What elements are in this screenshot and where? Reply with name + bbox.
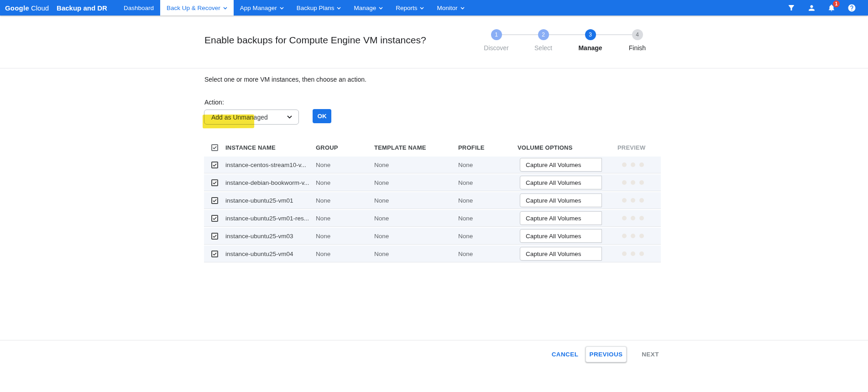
volume-options-value: Capture All Volumes [526,179,581,186]
select-all-checkbox[interactable] [211,144,218,151]
previous-button[interactable]: PREVIOUS [586,346,627,362]
row-checkbox-cell [204,197,225,204]
dot [631,251,635,256]
volume-options-value: Capture All Volumes [526,215,581,222]
action-select[interactable]: Add as Unmanaged [204,110,299,125]
preview-loading-dots [617,198,661,203]
nav-item-label: Dashboard [124,5,154,11]
wizard-footer: CANCEL PREVIOUS NEXT [0,340,868,392]
column-header-instance-name: INSTANCE NAME [225,144,316,151]
dot [622,162,627,167]
template-name-value: None [374,197,458,204]
table-row: instance-ubuntu25-vm01 None None None Ca… [204,192,661,209]
row-checkbox-cell [204,215,225,222]
instance-name: instance-ubuntu25-vm01 [225,197,316,204]
user-icon[interactable] [807,3,816,12]
row-checkbox[interactable] [211,179,218,186]
volume-options-select[interactable]: Capture All Volumes [520,229,602,243]
dot [639,162,644,167]
chevron-down-icon [223,7,227,10]
action-select-value: Add as Unmanaged [211,114,268,121]
cancel-button[interactable]: CANCEL [546,346,584,362]
vm-instances-table: INSTANCE NAME GROUP TEMPLATE NAME PROFIL… [204,138,661,263]
step-discover: 1 Discover [473,29,520,52]
row-checkbox[interactable] [211,233,218,240]
nav-item-reports[interactable]: Reports [389,0,430,16]
preview-loading-dots [617,216,661,220]
step-manage: 3 Manage [567,29,614,52]
row-checkbox[interactable] [211,162,218,168]
dot [639,234,644,238]
instance-name: instance-centos-stream10-v... [225,162,316,168]
column-header-group: GROUP [316,144,374,151]
profile-value: None [458,215,518,222]
nav-item-label: Back Up & Recover [167,5,220,11]
nav-item-manage[interactable]: Manage [347,0,389,16]
instruction-text: Select one or more VM instances, then ch… [204,76,366,83]
brand-primary: Google [5,4,29,12]
dot [631,162,635,167]
profile-value: None [458,162,518,168]
volume-options-select[interactable]: Capture All Volumes [520,176,602,189]
column-header-template-name: TEMPLATE NAME [374,144,458,151]
notifications-icon[interactable]: 1 [827,3,836,12]
ok-button[interactable]: OK [313,109,331,123]
step-select: 2 Select [520,29,567,52]
nav-item-monitor[interactable]: Monitor [430,0,471,16]
nav-right-actions: 1 [787,0,868,16]
volume-options-select[interactable]: Capture All Volumes [520,247,602,261]
chevron-down-icon [420,7,424,10]
row-checkbox[interactable] [211,251,218,257]
volume-options-select[interactable]: Capture All Volumes [520,158,602,172]
group-value: None [316,179,374,186]
dot [639,180,644,185]
preview-loading-dots [617,251,661,256]
chevron-down-icon [287,115,292,119]
template-name-value: None [374,251,458,257]
select-all-cell [204,144,225,151]
action-label: Action: [204,99,224,106]
volume-options-value: Capture All Volumes [526,197,581,204]
row-checkbox[interactable] [211,197,218,204]
preview-loading-dots [617,234,661,238]
nav-item-app-manager[interactable]: App Manager [234,0,290,16]
preview-loading-dots [617,180,661,185]
page: Google Cloud Backup and DR Dashboard Bac… [0,0,868,392]
column-header-preview: PREVIEW [617,144,661,151]
table-row: instance-centos-stream10-v... None None … [204,157,661,173]
dot [631,216,635,220]
nav-item-backup-plans[interactable]: Backup Plans [290,0,348,16]
nav-item-label: Reports [396,5,417,11]
step-circle: 3 [585,29,596,40]
volume-options-value: Capture All Volumes [526,162,581,168]
google-cloud-logo: Google Cloud [0,0,49,16]
group-value: None [316,162,374,168]
dot [622,216,627,220]
dot [631,234,635,238]
row-checkbox[interactable] [211,215,218,222]
step-circle: 4 [632,29,643,40]
step-label: Discover [484,44,508,52]
instance-name: instance-debian-bookworm-v... [225,179,316,186]
step-label: Manage [578,44,602,52]
row-checkbox-cell [204,233,225,240]
dot [622,180,627,185]
group-value: None [316,251,374,257]
column-header-profile: PROFILE [458,144,518,151]
help-icon[interactable] [847,3,856,12]
nav-item-backup-and-recover[interactable]: Back Up & Recover [160,0,234,16]
profile-value: None [458,251,518,257]
filter-icon[interactable] [787,3,796,12]
step-circle: 2 [538,29,549,40]
chevron-down-icon [460,7,465,10]
nav-item-dashboard[interactable]: Dashboard [117,0,160,16]
template-name-value: None [374,215,458,222]
chevron-down-icon [379,7,383,10]
volume-options-select[interactable]: Capture All Volumes [520,211,602,225]
nav-item-label: Manage [354,5,376,11]
volume-options-select[interactable]: Capture All Volumes [520,193,602,207]
row-checkbox-cell [204,251,225,257]
instance-name: instance-ubuntu25-vm01-res... [225,215,316,222]
dot [631,198,635,203]
next-button[interactable]: NEXT [634,346,666,362]
